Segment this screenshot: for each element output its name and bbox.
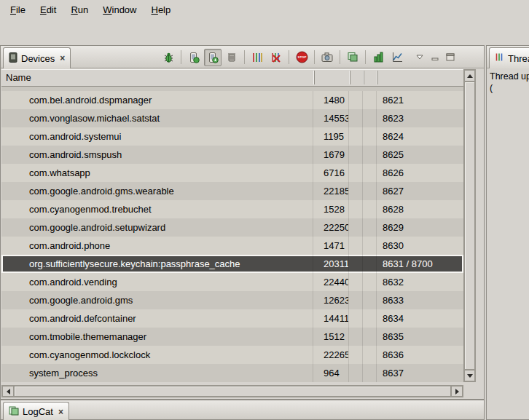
table-row[interactable]: com.cyanogenmod.lockclock 22265 8636 xyxy=(1,346,463,364)
table-row[interactable]: com.android.vending 22440 8632 xyxy=(1,273,463,291)
tab-threads[interactable]: Threads xyxy=(489,47,529,68)
capture-views-button[interactable] xyxy=(344,49,361,66)
table-header: Name xyxy=(1,69,463,87)
process-port: 8636 xyxy=(377,346,463,364)
vertical-scrollbar[interactable] xyxy=(463,69,476,382)
column-divider[interactable] xyxy=(363,71,364,84)
process-pid: 14411 xyxy=(313,309,349,328)
table-row[interactable]: com.android.systemui 1195 8624 xyxy=(1,127,463,146)
table-row[interactable]: org.sufficientlysecure.keychain:passphra… xyxy=(1,255,463,273)
sysinfo-graph-button[interactable] xyxy=(388,49,406,66)
eclipse-ddms-window: File Edit Run Window Help Devices × xyxy=(0,0,529,420)
column-header-name[interactable]: Name xyxy=(1,69,463,86)
column-divider[interactable] xyxy=(349,71,350,84)
table-row[interactable]: com.google.android.gms 12623 8633 xyxy=(1,291,463,309)
camera-icon xyxy=(321,52,333,63)
menu-help[interactable]: Help xyxy=(144,1,178,19)
process-port: 8631 / 8700 xyxy=(377,255,463,273)
process-name: com.vonglasow.michael.satstat xyxy=(1,109,313,127)
process-pid: 1471 xyxy=(313,237,349,255)
view-menu-chevron-icon xyxy=(416,55,423,60)
empty-cell xyxy=(349,200,363,218)
process-pid: 22440 xyxy=(313,273,349,291)
empty-cell xyxy=(363,346,377,364)
menu-bar: File Edit Run Window Help xyxy=(0,0,529,20)
empty-cell xyxy=(363,328,377,346)
process-name: com.bel.android.dspmanager xyxy=(1,91,313,109)
update-heap-button[interactable] xyxy=(185,49,203,66)
menu-window[interactable]: Window xyxy=(95,1,144,19)
heap-columns-button[interactable] xyxy=(369,49,387,66)
table-row[interactable]: system_process 964 8637 xyxy=(1,364,463,382)
toolbar-separator xyxy=(289,50,289,64)
debug-process-button[interactable] xyxy=(160,49,177,66)
stop-process-button[interactable]: STOP xyxy=(293,49,310,66)
logcat-icon xyxy=(9,406,19,418)
empty-cell xyxy=(349,237,363,255)
screen-capture-button[interactable] xyxy=(318,49,336,66)
dump-hprof-button[interactable] xyxy=(204,49,222,66)
minimize-button[interactable] xyxy=(428,49,442,66)
update-threads-button[interactable] xyxy=(248,49,266,66)
horizontal-scrollbar[interactable] xyxy=(1,385,463,397)
scroll-up-button[interactable] xyxy=(464,70,475,82)
table-row[interactable]: com.cyanogenmod.trebuchet 1528 8628 xyxy=(1,200,463,218)
table-row[interactable]: com.whatsapp 6716 8626 xyxy=(1,164,463,182)
table-row[interactable]: com.android.phone 1471 8630 xyxy=(1,237,463,255)
stop-thread-updates-button[interactable] xyxy=(267,49,285,66)
tab-logcat-label: LogCat xyxy=(23,406,53,417)
process-name: com.android.vending xyxy=(1,273,313,291)
table-row[interactable]: com.android.defcontainer 14411 8634 xyxy=(1,309,463,328)
column-divider[interactable] xyxy=(377,71,378,84)
menu-edit[interactable]: Edit xyxy=(33,1,63,19)
process-name: com.android.defcontainer xyxy=(1,309,313,328)
close-icon[interactable]: × xyxy=(58,408,63,416)
process-name: system_process xyxy=(1,364,313,382)
trash-icon xyxy=(227,52,237,63)
empty-cell xyxy=(363,164,377,182)
logcat-view: LogCat × xyxy=(0,400,485,420)
process-name: com.android.systemui xyxy=(1,127,313,146)
process-pid: 6716 xyxy=(313,164,349,182)
empty-cell xyxy=(349,182,363,200)
table-row[interactable]: com.google.android.setupwizard 22250 862… xyxy=(1,218,463,237)
empty-cell xyxy=(363,255,377,273)
scroll-right-button[interactable] xyxy=(451,386,463,397)
process-pid: 20311 xyxy=(313,255,349,273)
scroll-left-button[interactable] xyxy=(2,386,14,397)
toolbar-separator xyxy=(244,50,245,64)
empty-cell xyxy=(349,309,363,328)
table-row[interactable]: com.tmobile.thememanager 1512 8635 xyxy=(1,328,463,346)
table-row[interactable]: com.google.android.gms.wearable 22185 86… xyxy=(1,182,463,200)
tab-logcat[interactable]: LogCat × xyxy=(3,402,69,420)
close-icon[interactable]: × xyxy=(60,54,65,63)
empty-cell xyxy=(349,146,363,164)
table-row[interactable]: com.android.smspush 1679 8625 xyxy=(1,146,463,164)
process-port: 8632 xyxy=(377,273,463,291)
table-row[interactable]: com.bel.android.dspmanager 1480 8621 xyxy=(1,91,463,109)
vertical-scroll-thumb[interactable] xyxy=(464,82,475,370)
threads-message: Thread up ( xyxy=(490,71,529,94)
process-name: com.google.android.setupwizard xyxy=(1,218,313,237)
view-window-buttons xyxy=(413,49,457,66)
process-pid: 14553 xyxy=(313,109,349,127)
view-menu-button[interactable] xyxy=(413,49,426,66)
column-divider[interactable] xyxy=(313,71,315,84)
stop-sign-icon: STOP xyxy=(296,51,308,63)
green-columns-icon xyxy=(373,52,384,63)
devices-tabstrip: Devices × xyxy=(1,46,484,68)
empty-cell xyxy=(349,328,363,346)
menu-file[interactable]: File xyxy=(3,1,33,19)
scroll-down-button[interactable] xyxy=(464,370,475,381)
empty-cell xyxy=(363,91,377,109)
empty-cell xyxy=(349,273,363,291)
process-port: 8625 xyxy=(377,146,463,164)
cause-gc-button[interactable] xyxy=(223,49,240,66)
tab-devices[interactable]: Devices × xyxy=(3,47,71,68)
menu-run[interactable]: Run xyxy=(63,1,95,19)
minimize-icon xyxy=(431,53,439,61)
horizontal-scroll-thumb[interactable] xyxy=(14,386,451,397)
process-port: 8628 xyxy=(377,200,463,218)
maximize-button[interactable] xyxy=(444,49,457,66)
table-row[interactable]: com.vonglasow.michael.satstat 14553 8623 xyxy=(1,109,463,127)
